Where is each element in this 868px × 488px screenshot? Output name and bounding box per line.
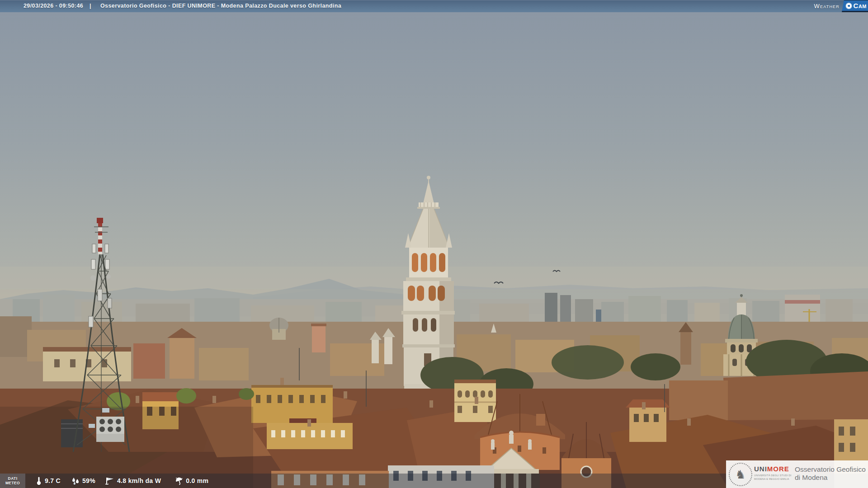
- temperature-reading: 9.7 C: [35, 476, 61, 485]
- unimore-logo-box: ♞ UNIMORE UNIVERSITÀ DEGLI STUDI DI MODE…: [726, 460, 868, 488]
- humidity-icon: [71, 476, 80, 485]
- weathercam-badge: Cam: [842, 0, 868, 12]
- observatory-line1: Osservatorio Geofisico: [795, 465, 866, 474]
- observatory-line2: di Modena: [795, 474, 866, 482]
- weathercam-weather-label: Weather: [814, 3, 840, 9]
- weathercam-cam-label: Cam: [854, 2, 867, 9]
- unimore-uni-text: UNI: [754, 465, 767, 473]
- humidity-reading: 59%: [71, 476, 95, 485]
- university-line1: UNIVERSITÀ DEGLI STUDI DI: [754, 474, 795, 478]
- thermometer-icon: [35, 476, 42, 485]
- wind-value: 4.8 km/h da W: [117, 477, 161, 484]
- page-title: Osservatorio Geofisico - DIEF UNIMORE - …: [100, 3, 341, 9]
- university-line2: MODENA E REGGIO EMILIA: [754, 478, 795, 481]
- observatory-name: Osservatorio Geofisico di Modena: [795, 465, 866, 482]
- separator-text: |: [90, 3, 91, 9]
- unimore-wordmark: UNIMORE UNIVERSITÀ DEGLI STUDI DI MODENA…: [754, 465, 795, 481]
- temperature-value: 9.7 C: [45, 477, 61, 484]
- datetime-text: 29/03/2026 - 09:50:46: [24, 3, 83, 9]
- wind-icon: [105, 476, 115, 485]
- globe-icon: [846, 3, 852, 9]
- meteo-line: METEO: [5, 481, 20, 485]
- unimore-more-text: MORE: [767, 465, 789, 473]
- wind-reading: 4.8 km/h da W: [105, 476, 161, 485]
- humidity-value: 59%: [82, 477, 95, 484]
- weathercam-logo: Weather Cam: [814, 0, 868, 12]
- top-status-bar: 29/03/2026 - 09:50:46 | Osservatorio Geo…: [0, 0, 868, 12]
- webcam-photo-modena: [0, 0, 868, 488]
- unimore-seal-icon: ♞: [729, 463, 752, 486]
- rain-reading: 0.0 mm: [175, 476, 208, 485]
- rain-value: 0.0 mm: [186, 477, 208, 484]
- dati-line: DATI: [8, 476, 18, 481]
- rain-icon: [175, 476, 184, 485]
- dati-meteo-label: DATI METEO: [0, 474, 25, 488]
